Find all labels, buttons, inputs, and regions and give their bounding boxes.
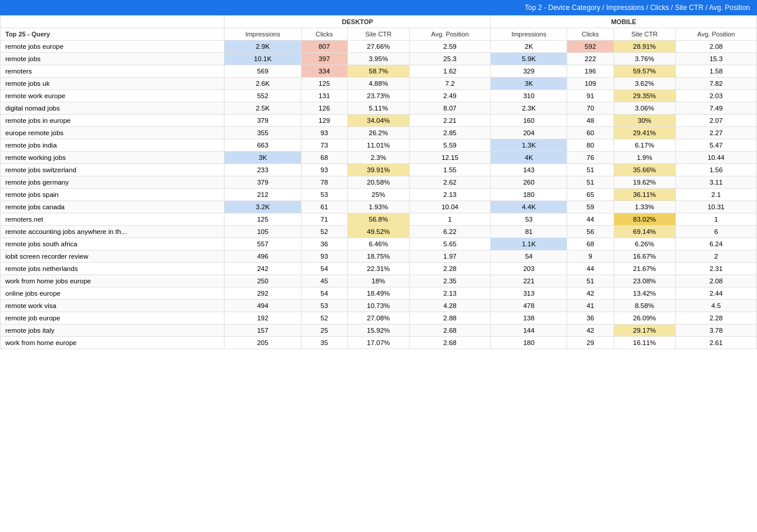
data-cell: 329 xyxy=(491,65,567,78)
data-cell: 126 xyxy=(301,102,347,115)
data-cell: 125 xyxy=(225,213,301,226)
data-cell: 53 xyxy=(301,300,347,312)
data-cell: 54 xyxy=(301,287,347,300)
data-cell: 26.09% xyxy=(614,312,675,324)
data-cell: 4.88% xyxy=(347,78,409,90)
data-cell: 3K xyxy=(225,152,301,164)
data-cell: 10.44 xyxy=(675,152,756,164)
data-cell: 44 xyxy=(567,213,614,226)
data-cell: 2 xyxy=(675,250,756,263)
data-cell: 2.28 xyxy=(409,263,490,275)
data-cell: 12.15 xyxy=(409,152,490,164)
data-cell: 23.73% xyxy=(347,90,409,102)
data-cell: 131 xyxy=(301,90,347,102)
data-cell: 10.04 xyxy=(409,201,490,213)
data-cell: 1.56 xyxy=(675,164,756,176)
data-cell: 51 xyxy=(567,176,614,189)
data-cell: 1.93% xyxy=(347,201,409,213)
data-cell: 109 xyxy=(567,78,614,90)
data-cell: 2.21 xyxy=(409,115,490,127)
table-row: remote work europe55213123.73%2.49310912… xyxy=(1,90,757,102)
data-cell: 157 xyxy=(225,324,301,337)
data-cell: 1.55 xyxy=(409,164,490,176)
data-cell: 212 xyxy=(225,189,301,201)
col-mobile-ctr: Site CTR xyxy=(614,28,675,41)
data-cell: 13.42% xyxy=(614,287,675,300)
data-cell: 7.82 xyxy=(675,78,756,90)
data-cell: 3.2K xyxy=(225,201,301,213)
col-desktop-impressions: Impressions xyxy=(225,28,301,41)
col-desktop-clicks: Clicks xyxy=(301,28,347,41)
data-cell: 30% xyxy=(614,115,675,127)
data-cell: 42 xyxy=(567,287,614,300)
data-cell: 60 xyxy=(567,127,614,139)
data-cell: 1 xyxy=(675,213,756,226)
data-cell: 5.59 xyxy=(409,139,490,152)
data-cell: 478 xyxy=(491,300,567,312)
data-cell: 25.3 xyxy=(409,53,490,65)
data-cell: 552 xyxy=(225,90,301,102)
data-cell: 2.68 xyxy=(409,324,490,337)
data-cell: 54 xyxy=(301,263,347,275)
data-cell: 7.49 xyxy=(675,102,756,115)
query-header-empty xyxy=(1,16,225,28)
data-cell: 196 xyxy=(567,65,614,78)
data-cell: 5.11% xyxy=(347,102,409,115)
query-cell: remote jobs india xyxy=(1,139,225,152)
query-cell: remote jobs spain xyxy=(1,189,225,201)
data-cell: 34.04% xyxy=(347,115,409,127)
data-cell: 6.22 xyxy=(409,226,490,238)
query-cell: remote jobs canada xyxy=(1,201,225,213)
query-cell: remote jobs uk xyxy=(1,78,225,90)
query-cell: remote jobs xyxy=(1,53,225,65)
data-cell: 663 xyxy=(225,139,301,152)
query-cell: remote job europe xyxy=(1,312,225,324)
data-cell: 2.08 xyxy=(675,275,756,287)
data-cell: 56 xyxy=(567,226,614,238)
data-cell: 144 xyxy=(491,324,567,337)
data-cell: 16.67% xyxy=(614,250,675,263)
data-cell: 45 xyxy=(301,275,347,287)
data-cell: 379 xyxy=(225,176,301,189)
query-cell: europe remote jobs xyxy=(1,127,225,139)
data-cell: 2.61 xyxy=(675,337,756,349)
data-cell: 105 xyxy=(225,226,301,238)
data-cell: 2.44 xyxy=(675,287,756,300)
data-cell: 3.06% xyxy=(614,102,675,115)
table-row: remote jobs switzerland2339339.91%1.5514… xyxy=(1,164,757,176)
data-cell: 16.11% xyxy=(614,337,675,349)
data-cell: 6.17% xyxy=(614,139,675,152)
table-row: remote jobs spain2125325%2.131806536.11%… xyxy=(1,189,757,201)
data-cell: 496 xyxy=(225,250,301,263)
query-cell: remote jobs netherlands xyxy=(1,263,225,275)
data-cell: 52 xyxy=(301,226,347,238)
data-cell: 44 xyxy=(567,263,614,275)
data-cell: 54 xyxy=(491,250,567,263)
data-cell: 313 xyxy=(491,287,567,300)
data-cell: 18% xyxy=(347,275,409,287)
data-cell: 3.11 xyxy=(675,176,756,189)
data-cell: 160 xyxy=(491,115,567,127)
data-cell: 73 xyxy=(301,139,347,152)
data-cell: 93 xyxy=(301,164,347,176)
data-cell: 15.92% xyxy=(347,324,409,337)
data-cell: 83.02% xyxy=(614,213,675,226)
data-cell: 2.59 xyxy=(409,41,490,53)
data-cell: 4.5 xyxy=(675,300,756,312)
query-cell: remoters xyxy=(1,65,225,78)
data-cell: 2.85 xyxy=(409,127,490,139)
data-cell: 17.07% xyxy=(347,337,409,349)
col-query: Top 25 - Query xyxy=(1,28,225,41)
table-row: remote work visa4945310.73%4.28478418.58… xyxy=(1,300,757,312)
data-cell: 138 xyxy=(491,312,567,324)
data-cell: 1.62 xyxy=(409,65,490,78)
data-cell: 23.08% xyxy=(614,275,675,287)
data-cell: 53 xyxy=(301,189,347,201)
data-cell: 3K xyxy=(491,78,567,90)
data-cell: 36.11% xyxy=(614,189,675,201)
data-cell: 221 xyxy=(491,275,567,287)
data-cell: 355 xyxy=(225,127,301,139)
query-cell: work from home europe xyxy=(1,337,225,349)
data-cell: 29 xyxy=(567,337,614,349)
data-cell: 10.73% xyxy=(347,300,409,312)
